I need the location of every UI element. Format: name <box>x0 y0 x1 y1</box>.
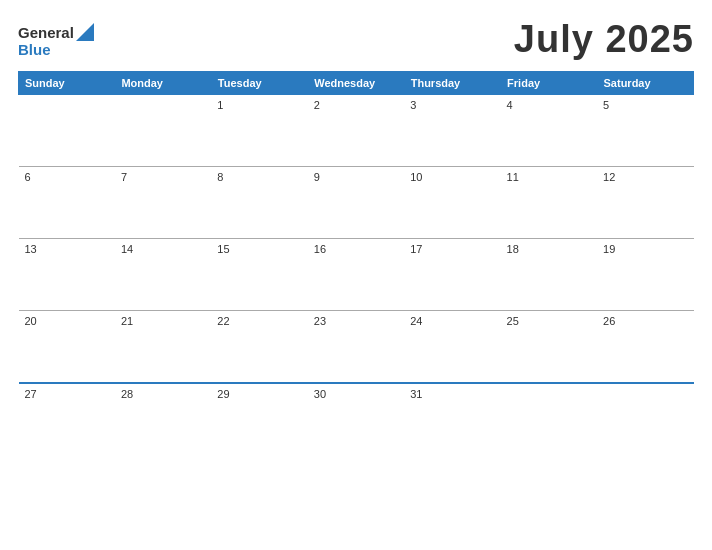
calendar-day-cell: 23 <box>308 311 404 383</box>
day-number: 14 <box>121 243 205 255</box>
calendar-week-row: 6789101112 <box>19 167 694 239</box>
day-number: 9 <box>314 171 398 183</box>
day-number: 11 <box>507 171 591 183</box>
day-number: 3 <box>410 99 494 111</box>
calendar-day-cell: 15 <box>211 239 307 311</box>
calendar-table: Sunday Monday Tuesday Wednesday Thursday… <box>18 71 694 455</box>
calendar-day-cell: 17 <box>404 239 500 311</box>
day-number: 27 <box>25 388 109 400</box>
day-number: 12 <box>603 171 687 183</box>
calendar-day-cell: 18 <box>501 239 597 311</box>
calendar-day-cell: 27 <box>19 383 115 455</box>
logo-triangle-icon <box>76 23 94 41</box>
day-number: 15 <box>217 243 301 255</box>
header-thursday: Thursday <box>404 72 500 95</box>
calendar-day-cell: 13 <box>19 239 115 311</box>
calendar-day-cell: 3 <box>404 95 500 167</box>
logo-blue-text: Blue <box>18 42 51 57</box>
calendar-week-row: 13141516171819 <box>19 239 694 311</box>
logo-general-text: General <box>18 25 74 40</box>
day-number: 24 <box>410 315 494 327</box>
day-number: 28 <box>121 388 205 400</box>
day-number: 20 <box>25 315 109 327</box>
day-number: 30 <box>314 388 398 400</box>
calendar-day-cell: 8 <box>211 167 307 239</box>
calendar-day-cell <box>501 383 597 455</box>
day-number: 13 <box>25 243 109 255</box>
calendar-day-cell <box>19 95 115 167</box>
day-number: 2 <box>314 99 398 111</box>
header-monday: Monday <box>115 72 211 95</box>
calendar-day-cell: 22 <box>211 311 307 383</box>
calendar-day-cell: 7 <box>115 167 211 239</box>
calendar-day-cell: 26 <box>597 311 693 383</box>
weekday-header-row: Sunday Monday Tuesday Wednesday Thursday… <box>19 72 694 95</box>
day-number: 17 <box>410 243 494 255</box>
calendar-day-cell: 9 <box>308 167 404 239</box>
svg-marker-0 <box>76 23 94 41</box>
header-sunday: Sunday <box>19 72 115 95</box>
day-number: 31 <box>410 388 494 400</box>
day-number: 25 <box>507 315 591 327</box>
calendar-day-cell: 16 <box>308 239 404 311</box>
day-number: 26 <box>603 315 687 327</box>
calendar-day-cell: 28 <box>115 383 211 455</box>
calendar-day-cell: 19 <box>597 239 693 311</box>
header-saturday: Saturday <box>597 72 693 95</box>
calendar-day-cell: 29 <box>211 383 307 455</box>
calendar-day-cell: 5 <box>597 95 693 167</box>
calendar-day-cell: 31 <box>404 383 500 455</box>
logo: General Blue <box>18 23 94 57</box>
calendar-day-cell: 25 <box>501 311 597 383</box>
day-number: 29 <box>217 388 301 400</box>
calendar-day-cell <box>597 383 693 455</box>
calendar-day-cell: 1 <box>211 95 307 167</box>
calendar-day-cell: 6 <box>19 167 115 239</box>
calendar-day-cell: 20 <box>19 311 115 383</box>
calendar-week-row: 2728293031 <box>19 383 694 455</box>
day-number: 16 <box>314 243 398 255</box>
calendar-day-cell: 10 <box>404 167 500 239</box>
day-number: 10 <box>410 171 494 183</box>
page-header: General Blue July 2025 <box>18 18 694 61</box>
day-number: 19 <box>603 243 687 255</box>
header-wednesday: Wednesday <box>308 72 404 95</box>
day-number: 7 <box>121 171 205 183</box>
calendar-day-cell: 21 <box>115 311 211 383</box>
calendar-day-cell: 4 <box>501 95 597 167</box>
day-number: 5 <box>603 99 687 111</box>
day-number: 21 <box>121 315 205 327</box>
calendar-week-row: 12345 <box>19 95 694 167</box>
calendar-day-cell: 24 <box>404 311 500 383</box>
day-number: 4 <box>507 99 591 111</box>
calendar-day-cell: 2 <box>308 95 404 167</box>
calendar-day-cell: 14 <box>115 239 211 311</box>
calendar-title: July 2025 <box>514 18 694 61</box>
day-number: 23 <box>314 315 398 327</box>
day-number: 1 <box>217 99 301 111</box>
calendar-page: General Blue July 2025 Sunday Monday Tue… <box>0 0 712 550</box>
calendar-day-cell: 30 <box>308 383 404 455</box>
day-number: 22 <box>217 315 301 327</box>
calendar-week-row: 20212223242526 <box>19 311 694 383</box>
day-number: 18 <box>507 243 591 255</box>
day-number: 6 <box>25 171 109 183</box>
header-tuesday: Tuesday <box>211 72 307 95</box>
calendar-day-cell <box>115 95 211 167</box>
calendar-day-cell: 12 <box>597 167 693 239</box>
header-friday: Friday <box>501 72 597 95</box>
day-number: 8 <box>217 171 301 183</box>
calendar-day-cell: 11 <box>501 167 597 239</box>
